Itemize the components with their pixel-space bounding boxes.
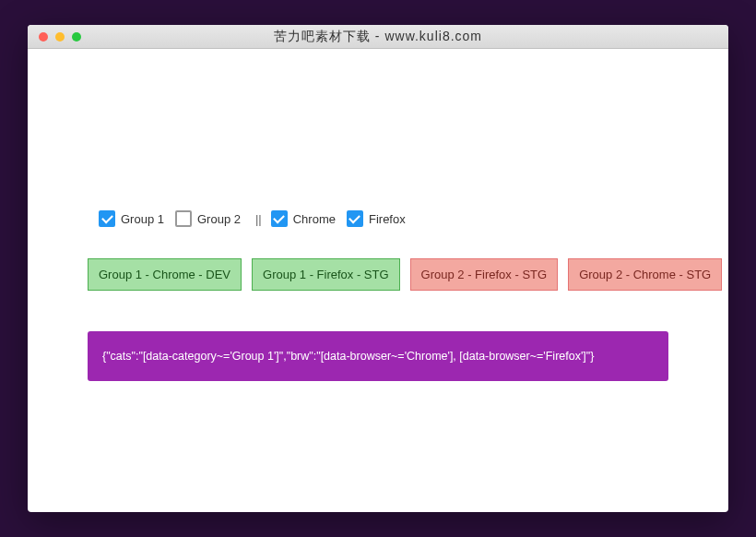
label-firefox: Firefox [369,212,406,226]
label-chrome: Chrome [293,212,336,226]
filter-divider: || [255,212,262,226]
card-item[interactable]: Group 2 - Firefox - STG [410,258,559,291]
filter-row: Group 1 Group 2 || Chrome Firefox [88,210,668,227]
checkbox-group1[interactable] [99,210,115,227]
titlebar: 苦力吧素材下载 - www.kuli8.com [28,25,728,49]
traffic-lights [28,32,81,42]
checkbox-firefox[interactable] [347,210,363,227]
card-item[interactable]: Group 1 - Chrome - DEV [88,258,242,291]
window-frame: 苦力吧素材下载 - www.kuli8.com Group 1 Group 2 … [28,25,728,512]
window-title: 苦力吧素材下载 - www.kuli8.com [28,29,728,45]
card-item[interactable]: Group 2 - Chrome - STG [568,258,722,291]
checkbox-chrome[interactable] [271,210,288,227]
maximize-icon[interactable] [72,32,81,42]
close-icon[interactable] [39,32,48,42]
minimize-icon[interactable] [55,32,65,42]
card-item[interactable]: Group 1 - Firefox - STG [252,258,400,291]
checkbox-group2[interactable] [175,210,192,227]
content-area: Group 1 Group 2 || Chrome Firefox Group … [28,49,728,381]
label-group2: Group 2 [197,212,241,226]
card-list: Group 1 - Chrome - DEV Group 1 - Firefox… [88,258,668,291]
label-group1: Group 1 [121,212,164,226]
output-json: {"cats":"[data-category~='Group 1']","br… [88,331,668,381]
